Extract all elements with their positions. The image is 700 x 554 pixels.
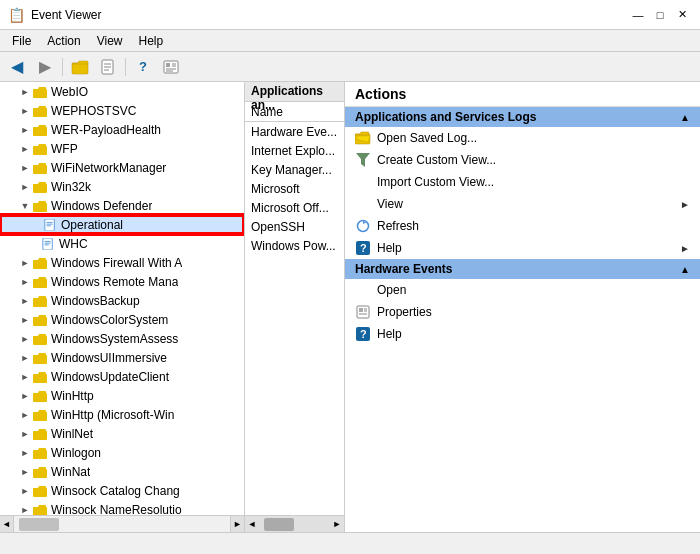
folder-icon [32, 199, 48, 213]
action-help-apps[interactable]: ? Help ► [345, 237, 700, 259]
import-icon [355, 174, 371, 190]
tree-label: Windows Firewall With A [51, 256, 182, 270]
scroll-thumb[interactable] [264, 518, 294, 531]
svg-rect-47 [359, 308, 363, 312]
middle-item-microsoft[interactable]: Microsoft [245, 179, 344, 198]
tree-item-windows-remote-mana[interactable]: ► Windows Remote Mana [0, 272, 244, 291]
action-refresh[interactable]: Refresh [345, 215, 700, 237]
tree-item-whc[interactable]: WHC [0, 234, 244, 253]
expand-icon: ► [18, 465, 32, 479]
menu-bar: File Action View Help [0, 30, 700, 52]
tree-item-wephostsvc[interactable]: ► WEPHOSTSVC [0, 101, 244, 120]
tree-item-windowsuiimmersive[interactable]: ► WindowsUIImmersive [0, 348, 244, 367]
folder-icon [32, 332, 48, 346]
tree-item-wer-payloadhealth[interactable]: ► WER-PayloadHealth [0, 120, 244, 139]
folder-icon [32, 294, 48, 308]
expand-icon: ► [18, 256, 32, 270]
refresh-icon [355, 218, 371, 234]
folder-icon [32, 313, 48, 327]
action-open-hardware[interactable]: Open [345, 279, 700, 301]
close-button[interactable]: ✕ [672, 6, 692, 24]
action-submenu: Help ► [377, 241, 690, 255]
tree-item-windowssystemassess[interactable]: ► WindowsSystemAssess [0, 329, 244, 348]
middle-item-microsoft-off[interactable]: Microsoft Off... [245, 198, 344, 217]
actions-section-apps-services[interactable]: Applications and Services Logs ▲ [345, 107, 700, 127]
scroll-track[interactable] [259, 516, 330, 533]
scroll-left-btn[interactable]: ◄ [245, 516, 259, 533]
minimize-button[interactable]: — [628, 6, 648, 24]
action-import-custom-view[interactable]: Import Custom View... [345, 171, 700, 193]
middle-item-openssh[interactable]: OpenSSH [245, 217, 344, 236]
tree-item-winhttp[interactable]: ► WinHttp [0, 386, 244, 405]
expand-icon: ► [18, 446, 32, 460]
middle-item-windows-pow[interactable]: Windows Pow... [245, 236, 344, 255]
middle-scroll[interactable]: Name Hardware Eve... Internet Explo... K… [245, 102, 344, 515]
svg-rect-11 [33, 89, 47, 98]
svg-text:?: ? [360, 328, 367, 340]
actions-section-hardware[interactable]: Hardware Events ▲ [345, 259, 700, 279]
folder-button[interactable] [67, 55, 93, 79]
tree-item-winlnet[interactable]: ► WinlNet [0, 424, 244, 443]
action-view[interactable]: View ► [345, 193, 700, 215]
middle-horizontal-scrollbar[interactable]: ◄ ► [245, 515, 344, 532]
scroll-track[interactable] [14, 516, 230, 533]
action-properties[interactable]: Properties [345, 301, 700, 323]
folder-icon [32, 85, 48, 99]
tree-item-winlogon[interactable]: ► Winlogon [0, 443, 244, 462]
tree-item-winhttp-microsoft[interactable]: ► WinHttp (Microsoft-Win [0, 405, 244, 424]
tree-item-windowsbackup[interactable]: ► WindowsBackup [0, 291, 244, 310]
expand-icon [34, 218, 42, 232]
scroll-right-btn[interactable]: ► [230, 516, 244, 533]
svg-rect-12 [33, 108, 47, 117]
middle-pane: Applications an... Name Hardware Eve... … [245, 82, 345, 532]
tree-item-winsock-catalog[interactable]: ► Winsock Catalog Chang [0, 481, 244, 500]
maximize-button[interactable]: □ [650, 6, 670, 24]
chevron-up-icon: ▲ [680, 264, 690, 275]
scroll-left-btn[interactable]: ◄ [0, 516, 14, 533]
expand-icon: ► [18, 275, 32, 289]
middle-item-keymanager[interactable]: Key Manager... [245, 160, 344, 179]
doc-icon [40, 237, 56, 251]
tree-item-windowscolorsystem[interactable]: ► WindowsColorSystem [0, 310, 244, 329]
scroll-thumb[interactable] [19, 518, 59, 531]
middle-item-hardware[interactable]: Hardware Eve... [245, 122, 344, 141]
svg-marker-42 [356, 153, 370, 167]
tree-label: Winsock NameResolutio [51, 503, 182, 516]
tree-item-windows-firewall[interactable]: ► Windows Firewall With A [0, 253, 244, 272]
tree-item-windows-defender[interactable]: ▼ Windows Defender [0, 196, 244, 215]
tree-item-wfp[interactable]: ► WFP [0, 139, 244, 158]
back-button[interactable]: ◀ [4, 55, 30, 79]
tree-item-windowsupdateclient[interactable]: ► WindowsUpdateClient [0, 367, 244, 386]
tree-item-webio[interactable]: ► WebIO [0, 82, 244, 101]
tree-item-wifinetworkmanager[interactable]: ► WiFiNetworkManager [0, 158, 244, 177]
tree-scroll[interactable]: ► WebIO ► WEPHOSTSVC ► WER-Pa [0, 82, 244, 515]
action-open-saved-log[interactable]: Open Saved Log... [345, 127, 700, 149]
help-icon: ? [355, 326, 371, 342]
svg-rect-16 [33, 184, 47, 193]
menu-help[interactable]: Help [131, 32, 172, 50]
expand-icon: ► [18, 180, 32, 194]
status-bar [0, 532, 700, 554]
tree-label: WinHttp (Microsoft-Win [51, 408, 174, 422]
action-help-hardware[interactable]: ? Help [345, 323, 700, 345]
middle-item-internet[interactable]: Internet Explo... [245, 141, 344, 160]
tree-item-winnat[interactable]: ► WinNat [0, 462, 244, 481]
scroll-right-btn[interactable]: ► [330, 516, 344, 533]
forward-button[interactable]: ▶ [32, 55, 58, 79]
new-log-button[interactable] [95, 55, 121, 79]
svg-rect-31 [33, 355, 47, 364]
tree-horizontal-scrollbar[interactable]: ◄ ► [0, 515, 244, 532]
svg-rect-26 [33, 260, 47, 269]
menu-file[interactable]: File [4, 32, 39, 50]
tree-item-win32k[interactable]: ► Win32k [0, 177, 244, 196]
svg-rect-35 [33, 431, 47, 440]
help-toolbar-button[interactable]: ? [130, 55, 156, 79]
menu-action[interactable]: Action [39, 32, 88, 50]
properties-toolbar-button[interactable] [158, 55, 184, 79]
tree-label: WEPHOSTSVC [51, 104, 136, 118]
action-label: Open Saved Log... [377, 131, 477, 145]
action-create-custom-view[interactable]: Create Custom View... [345, 149, 700, 171]
menu-view[interactable]: View [89, 32, 131, 50]
tree-item-operational[interactable]: Operational [0, 215, 244, 234]
tree-item-winsock-nameresolution[interactable]: ► Winsock NameResolutio [0, 500, 244, 515]
